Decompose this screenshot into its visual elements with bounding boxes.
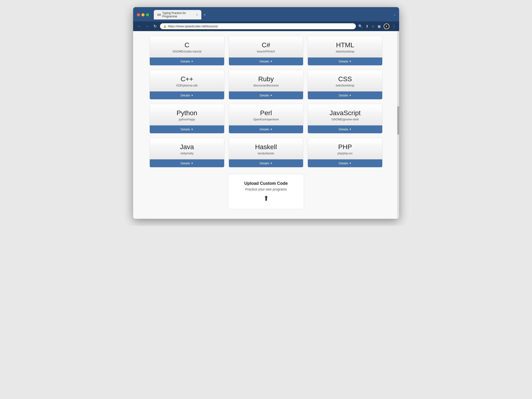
details-button-c[interactable]: Details ▼ xyxy=(150,57,224,65)
details-button-php[interactable]: Details ▼ xyxy=(308,159,382,167)
card-body-php: PHP php/php-src xyxy=(308,138,382,159)
dropdown-arrow-icon: ▼ xyxy=(349,128,352,131)
card-title-php: PHP xyxy=(338,143,352,151)
language-card-html: HTML twbs/bootstrap Details ▼ xyxy=(308,36,382,66)
forward-button[interactable]: → xyxy=(145,24,150,29)
language-card-haskell: Haskell lamdu/lamdu Details ▼ xyxy=(229,138,304,168)
card-subtitle-php: php/php-src xyxy=(338,152,353,155)
tab-title: Typing Practice for Programme xyxy=(162,11,194,18)
details-button-python[interactable]: Details ▼ xyxy=(150,125,224,133)
dropdown-arrow-icon: ▼ xyxy=(349,60,352,63)
details-button-css[interactable]: Details ▼ xyxy=(308,91,382,99)
page-content-wrapper: C GNOME/clutter-tutorial Details ▼ C# kw… xyxy=(133,31,399,219)
language-card-csharp: C# kwsch/PKHeX Details ▼ xyxy=(229,36,304,66)
dropdown-arrow-icon: ▼ xyxy=(349,162,352,165)
card-subtitle-c: GNOME/clutter-tutorial xyxy=(173,50,201,53)
details-button-csharp[interactable]: Details ▼ xyxy=(229,57,303,65)
address-bar[interactable]: 🔒 https://www.speedcoder.net/lessons/ xyxy=(160,23,356,29)
details-button-javascript[interactable]: Details ▼ xyxy=(308,125,382,133)
details-button-html[interactable]: Details ▼ xyxy=(308,57,382,65)
language-card-python: Python python/mypy Details ▼ xyxy=(150,104,224,133)
upload-title: Upload Custom Code xyxy=(240,181,292,186)
language-card-java: Java netty/netty Details ▼ xyxy=(150,138,224,168)
details-button-haskell[interactable]: Details ▼ xyxy=(229,159,303,167)
tab-area: ⌨ Typing Practice for Programme ✕ ＋ xyxy=(154,10,392,19)
dropdown-arrow-icon: ▼ xyxy=(270,94,272,97)
card-subtitle-csharp: kwsch/PKHeX xyxy=(257,50,275,53)
upload-subtitle: Practice your own programs xyxy=(240,187,292,191)
language-card-javascript: JavaScript GNOME/gnome-shell Details ▼ xyxy=(308,104,382,133)
details-button-cpp[interactable]: Details ▼ xyxy=(150,91,224,99)
card-title-csharp: C# xyxy=(262,41,270,49)
card-body-python: Python python/mypy xyxy=(150,104,224,125)
card-body-c: C GNOME/clutter-tutorial xyxy=(150,36,224,57)
card-title-ruby: Ruby xyxy=(258,75,274,83)
upload-icon: ⬆ xyxy=(240,194,292,202)
tab-list-chevron-icon[interactable]: › xyxy=(394,13,395,17)
dropdown-arrow-icon: ▼ xyxy=(191,60,193,63)
card-subtitle-perl: OpenKore/openkore xyxy=(253,118,279,121)
card-subtitle-cpp: KDE/plasma-sdk xyxy=(176,84,197,87)
scrollbar[interactable] xyxy=(397,31,399,219)
dropdown-arrow-icon: ▼ xyxy=(270,60,272,63)
active-tab[interactable]: ⌨ Typing Practice for Programme ✕ xyxy=(154,10,201,19)
more-options-icon[interactable]: ⋮ xyxy=(392,24,396,29)
lock-icon: 🔒 xyxy=(163,25,167,28)
reload-button[interactable]: ↻ xyxy=(153,24,158,29)
language-card-php: PHP php/php-src Details ▼ xyxy=(308,138,382,168)
share-icon[interactable]: ⬆ xyxy=(366,24,369,29)
card-body-haskell: Haskell lamdu/lamdu xyxy=(229,138,303,159)
dropdown-arrow-icon: ▼ xyxy=(349,94,352,97)
language-card-c: C GNOME/clutter-tutorial Details ▼ xyxy=(150,36,224,66)
card-body-java: Java netty/netty xyxy=(150,138,224,159)
tab-close-icon[interactable]: ✕ xyxy=(196,13,198,16)
card-title-java: Java xyxy=(180,143,194,151)
traffic-lights xyxy=(137,13,149,16)
toolbar-actions: 🔍 ⬆ ☆ ▣ X ⋮ xyxy=(358,24,396,29)
dropdown-arrow-icon: ▼ xyxy=(191,94,193,97)
maximize-button[interactable] xyxy=(146,13,149,16)
dropdown-arrow-icon: ▼ xyxy=(270,162,272,165)
card-subtitle-python: python/mypy xyxy=(179,118,195,121)
card-body-css: CSS twbs/bootstrap xyxy=(308,70,382,91)
browser-titlebar: ⌨ Typing Practice for Programme ✕ ＋ › xyxy=(133,7,399,21)
card-body-perl: Perl OpenKore/openkore xyxy=(229,104,303,125)
dropdown-arrow-icon: ▼ xyxy=(270,128,272,131)
card-title-c: C xyxy=(184,41,189,49)
card-subtitle-css: twbs/bootstrap xyxy=(336,84,355,87)
language-card-perl: Perl OpenKore/openkore Details ▼ xyxy=(229,104,304,133)
language-card-css: CSS twbs/bootstrap Details ▼ xyxy=(308,70,382,100)
card-title-css: CSS xyxy=(338,75,352,83)
upload-card[interactable]: Upload Custom Code Practice your own pro… xyxy=(228,174,304,209)
language-card-ruby: Ruby discourse/discourse Details ▼ xyxy=(229,70,304,100)
details-button-java[interactable]: Details ▼ xyxy=(150,159,224,167)
card-body-csharp: C# kwsch/PKHeX xyxy=(229,36,303,57)
details-button-ruby[interactable]: Details ▼ xyxy=(229,91,303,99)
dropdown-arrow-icon: ▼ xyxy=(191,162,193,165)
split-view-icon[interactable]: ▣ xyxy=(378,24,381,29)
minimize-button[interactable] xyxy=(141,13,145,16)
card-body-html: HTML twbs/bootstrap xyxy=(308,36,382,57)
card-title-python: Python xyxy=(177,109,197,117)
scrollbar-thumb[interactable] xyxy=(397,106,399,135)
card-subtitle-java: netty/netty xyxy=(180,152,194,155)
url-text: https://www.speedcoder.net/lessons/ xyxy=(168,25,218,28)
card-subtitle-html: twbs/bootstrap xyxy=(336,50,355,53)
tab-favicon-icon: ⌨ xyxy=(157,13,161,16)
card-body-cpp: C++ KDE/plasma-sdk xyxy=(150,70,224,91)
card-title-javascript: JavaScript xyxy=(329,109,361,117)
browser-window: ⌨ Typing Practice for Programme ✕ ＋ › ← … xyxy=(133,7,399,219)
search-icon[interactable]: 🔍 xyxy=(358,24,363,29)
card-title-haskell: Haskell xyxy=(255,143,277,151)
profile-avatar[interactable]: X xyxy=(384,24,389,29)
language-card-cpp: C++ KDE/plasma-sdk Details ▼ xyxy=(150,70,224,100)
card-subtitle-haskell: lamdu/lamdu xyxy=(258,152,274,155)
back-button[interactable]: ← xyxy=(136,24,142,29)
page-content: C GNOME/clutter-tutorial Details ▼ C# kw… xyxy=(133,31,399,219)
bookmark-icon[interactable]: ☆ xyxy=(372,24,375,29)
upload-section: Upload Custom Code Practice your own pro… xyxy=(143,174,390,209)
close-button[interactable] xyxy=(137,13,140,16)
details-button-perl[interactable]: Details ▼ xyxy=(229,125,303,133)
card-subtitle-javascript: GNOME/gnome-shell xyxy=(332,118,359,121)
new-tab-button[interactable]: ＋ xyxy=(203,12,207,17)
